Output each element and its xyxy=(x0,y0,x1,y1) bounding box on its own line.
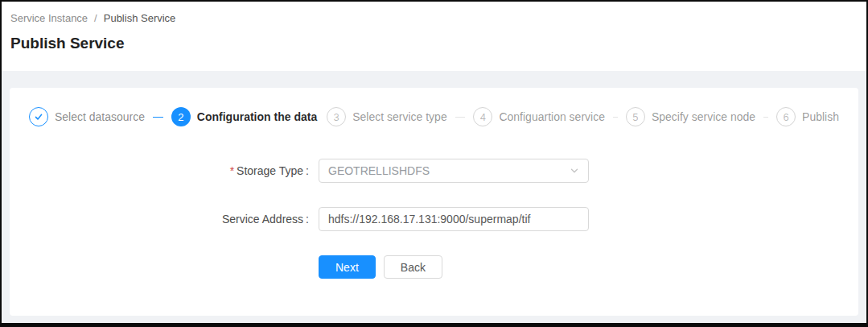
breadcrumb-item-publish-service: Publish Service xyxy=(104,12,176,24)
step-label: Select datasource xyxy=(55,110,145,123)
storage-type-label: *Storage Type: xyxy=(29,164,309,177)
check-icon xyxy=(34,112,43,122)
label-colon: : xyxy=(306,164,309,177)
step-number-circle: 4 xyxy=(473,107,492,126)
form-actions: Next Back xyxy=(319,255,839,279)
step-number-circle: 6 xyxy=(776,107,796,126)
back-button[interactable]: Back xyxy=(384,255,442,279)
step-label: Configuartion service xyxy=(499,110,605,123)
step-label: Publish xyxy=(802,110,839,123)
storage-type-row: *Storage Type: GEOTRELLISHDFS xyxy=(29,159,839,183)
step-label: Configuration the data xyxy=(197,110,317,123)
step-label: Specify service node xyxy=(652,110,755,123)
step-specify-service-node: 5 Specify service node xyxy=(626,107,755,126)
step-number-circle: 2 xyxy=(171,107,191,126)
breadcrumb-separator: / xyxy=(94,12,97,24)
step-connector xyxy=(153,117,163,118)
wizard-card: Select datasource 2 Configuration the da… xyxy=(10,88,858,316)
step-connector xyxy=(455,117,466,118)
step-configuration-the-data: 2 Configuration the data xyxy=(171,107,317,126)
step-connector xyxy=(763,117,768,118)
service-address-label-text: Service Address xyxy=(222,213,303,226)
chevron-down-icon xyxy=(570,166,579,176)
step-number-circle: 5 xyxy=(626,107,645,126)
step-connector xyxy=(613,117,618,118)
step-number-circle: 3 xyxy=(327,107,346,126)
storage-type-label-text: Storage Type xyxy=(237,164,303,177)
service-address-input[interactable] xyxy=(319,207,589,231)
service-address-label: Service Address: xyxy=(29,213,309,226)
required-mark: * xyxy=(230,164,234,177)
step-select-service-type: 3 Select service type xyxy=(327,107,447,126)
page-title: Publish Service xyxy=(10,35,866,52)
step-select-datasource: Select datasource xyxy=(29,107,145,126)
page-body: Select datasource 2 Configuration the da… xyxy=(2,71,866,323)
app-window: Service Instance / Publish Service Publi… xyxy=(0,0,868,327)
service-address-row: Service Address: xyxy=(29,207,839,231)
step-publish: 6 Publish xyxy=(776,107,839,126)
stepper: Select datasource 2 Configuration the da… xyxy=(29,107,839,126)
step-configuartion-service: 4 Configuartion service xyxy=(473,107,605,126)
breadcrumb-item-service-instance[interactable]: Service Instance xyxy=(10,12,88,24)
breadcrumb: Service Instance / Publish Service xyxy=(10,12,866,24)
next-button[interactable]: Next xyxy=(319,255,376,279)
storage-type-selected-value: GEOTRELLISHDFS xyxy=(328,164,430,177)
page-header: Service Instance / Publish Service Publi… xyxy=(2,2,866,71)
label-colon: : xyxy=(306,213,309,226)
step-check-circle xyxy=(29,107,48,126)
publish-form: *Storage Type: GEOTRELLISHDFS xyxy=(29,159,839,279)
step-label: Select service type xyxy=(352,110,447,123)
storage-type-select[interactable]: GEOTRELLISHDFS xyxy=(319,159,589,183)
